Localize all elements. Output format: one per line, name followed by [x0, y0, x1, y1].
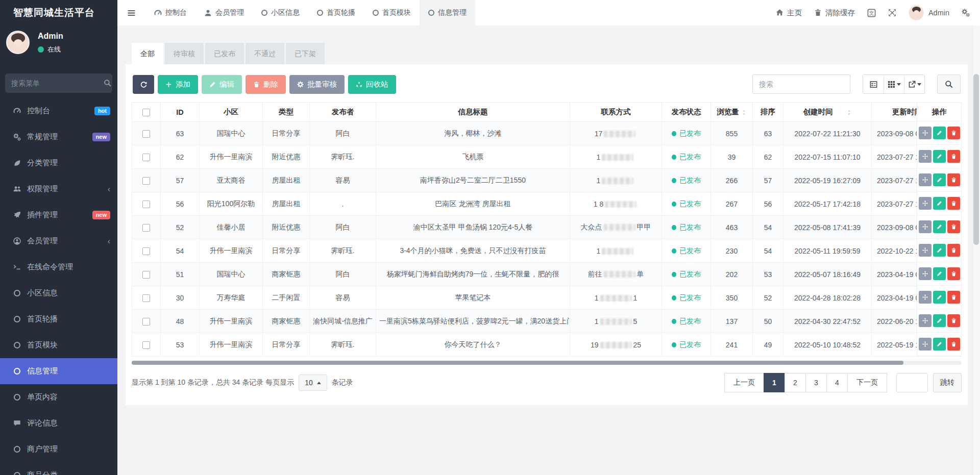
sidebar-item-dashboard[interactable]: 控制台hot	[0, 98, 117, 124]
page-button-2[interactable]: 2	[785, 373, 806, 392]
col-publisher[interactable]: 发布者	[310, 103, 376, 122]
row-delete-button[interactable]	[947, 314, 960, 327]
tab-pending[interactable]: 待审核	[165, 43, 204, 64]
sidebar-item-home-module[interactable]: 首页模块	[0, 332, 117, 358]
topbar-tab-member[interactable]: 会员管理	[195, 0, 253, 26]
horizontal-scrollbar-thumb[interactable]	[132, 361, 903, 365]
row-delete-button[interactable]	[947, 338, 960, 351]
sidebar-item-single-page[interactable]: 单页内容	[0, 384, 117, 410]
row-edit-button[interactable]	[933, 127, 946, 139]
jump-button[interactable]: 跳转	[933, 373, 962, 392]
row-edit-button[interactable]	[933, 291, 946, 304]
prev-page-button[interactable]: 上一页	[724, 373, 764, 392]
topbar-tab-info-manage[interactable]: 信息管理	[420, 0, 475, 26]
drag-move-button[interactable]	[919, 220, 932, 233]
col-title[interactable]: 信息标题	[376, 103, 570, 122]
col-contact[interactable]: 联系方式	[570, 103, 662, 122]
row-delete-button[interactable]	[947, 150, 960, 163]
vertical-scrollbar-thumb[interactable]	[973, 74, 979, 245]
search-submit-button[interactable]	[937, 74, 961, 94]
clear-cache-button[interactable]: 清除缓存	[814, 8, 855, 18]
settings-gear-icon[interactable]	[962, 9, 970, 17]
drag-move-button[interactable]	[919, 314, 932, 327]
detail-view-button[interactable]	[863, 75, 884, 93]
row-checkbox[interactable]	[142, 177, 150, 185]
row-edit-button[interactable]	[933, 220, 946, 233]
sidebar-item-addon[interactable]: 插件管理new	[0, 202, 117, 228]
table-search-input[interactable]	[759, 80, 844, 88]
drag-move-button[interactable]	[919, 338, 932, 351]
sidebar-item-member[interactable]: 会员管理‹	[0, 228, 117, 254]
row-checkbox[interactable]	[142, 154, 150, 161]
sort-icon[interactable]	[741, 110, 747, 115]
row-delete-button[interactable]	[947, 197, 960, 210]
row-checkbox[interactable]	[142, 318, 150, 326]
menu-toggle-icon[interactable]	[117, 0, 145, 26]
page-button-3[interactable]: 3	[805, 373, 827, 392]
drag-move-button[interactable]	[919, 291, 932, 304]
drag-move-button[interactable]	[919, 127, 932, 139]
sidebar-item-auth[interactable]: 权限管理‹	[0, 176, 117, 202]
row-delete-button[interactable]	[947, 267, 960, 280]
row-edit-button[interactable]	[933, 267, 946, 280]
refresh-button[interactable]	[133, 75, 154, 94]
topbar-user[interactable]: Admin	[909, 5, 949, 20]
col-sort[interactable]: 排序	[753, 103, 783, 122]
sidebar-item-general[interactable]: 常规管理new	[0, 124, 117, 150]
topbar-tab-community[interactable]: 小区信息	[253, 0, 308, 26]
tab-rejected[interactable]: 不通过	[246, 43, 284, 64]
row-delete-button[interactable]	[947, 220, 960, 233]
add-button[interactable]: 添加	[158, 75, 198, 94]
sort-icon[interactable]	[846, 110, 852, 115]
row-checkbox[interactable]	[142, 130, 150, 138]
columns-toggle-button[interactable]	[884, 75, 904, 93]
sidebar-item-merchant[interactable]: 商户管理	[0, 436, 117, 462]
col-type[interactable]: 类型	[263, 103, 310, 122]
col-id[interactable]: ID	[161, 103, 200, 122]
export-button[interactable]	[904, 75, 924, 93]
row-edit-button[interactable]	[933, 197, 946, 210]
row-edit-button[interactable]	[933, 173, 946, 186]
col-community[interactable]: 小区	[200, 103, 263, 122]
sidebar-search-input[interactable]	[11, 79, 104, 87]
sidebar-item-home-carousel[interactable]: 首页轮播	[0, 306, 117, 332]
language-toggle[interactable]	[867, 9, 876, 17]
user-avatar[interactable]	[6, 31, 30, 54]
next-page-button[interactable]: 下一页	[847, 373, 887, 392]
sidebar-item-community-info[interactable]: 小区信息	[0, 280, 117, 306]
sidebar-item-command[interactable]: 在线命令管理	[0, 254, 117, 280]
drag-move-button[interactable]	[919, 267, 932, 280]
row-checkbox[interactable]	[142, 294, 150, 302]
col-views[interactable]: 浏览量	[711, 103, 753, 122]
jump-page-input[interactable]	[896, 373, 928, 392]
row-checkbox[interactable]	[142, 201, 150, 208]
tab-offline[interactable]: 已下架	[286, 43, 325, 64]
sidebar-item-comments[interactable]: 评论信息	[0, 410, 117, 436]
topbar-tab-carousel[interactable]: 首页轮播	[308, 0, 364, 26]
row-checkbox[interactable]	[142, 224, 150, 232]
home-link[interactable]: 主页	[776, 8, 802, 18]
page-button-4[interactable]: 4	[826, 373, 848, 392]
select-all-checkbox[interactable]	[142, 109, 150, 116]
drag-move-button[interactable]	[919, 173, 932, 186]
row-edit-button[interactable]	[933, 338, 946, 351]
recycle-bin-button[interactable]: 回收站	[348, 75, 396, 94]
topbar-tab-module[interactable]: 首页模块	[364, 0, 420, 26]
page-size-select[interactable]: 10	[299, 374, 327, 391]
drag-move-button[interactable]	[919, 150, 932, 163]
row-edit-button[interactable]	[933, 314, 946, 327]
fullscreen-toggle[interactable]	[888, 9, 896, 17]
sidebar-item-goods-category[interactable]: 商品分类	[0, 462, 117, 475]
row-delete-button[interactable]	[947, 127, 960, 139]
row-checkbox[interactable]	[142, 341, 150, 349]
row-checkbox[interactable]	[142, 271, 150, 279]
row-edit-button[interactable]	[933, 150, 946, 163]
row-checkbox[interactable]	[142, 247, 150, 255]
topbar-tab-dashboard[interactable]: 控制台	[145, 0, 195, 26]
page-button-1[interactable]: 1	[764, 373, 785, 392]
col-created[interactable]: 创建时间	[783, 103, 872, 122]
drag-move-button[interactable]	[919, 197, 932, 210]
sidebar-menu-search[interactable]	[5, 73, 112, 93]
delete-button[interactable]: 删除	[246, 75, 286, 94]
tab-all[interactable]: 全部	[132, 43, 163, 64]
